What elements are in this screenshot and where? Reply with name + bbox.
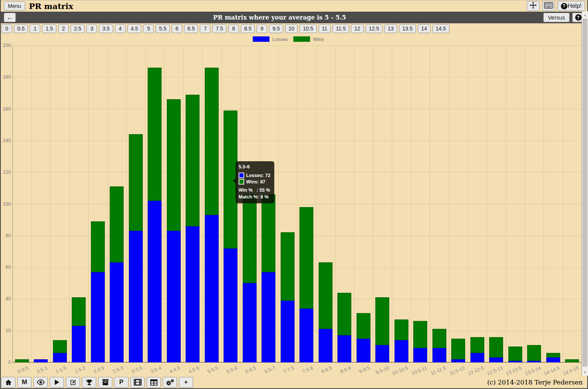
scrollbar-thumb[interactable]: [583, 19, 587, 366]
bar-losses-9.5-10[interactable]: [375, 345, 389, 362]
bar-losses-4-4.5[interactable]: [167, 231, 181, 362]
versus-button[interactable]: Versus: [543, 13, 570, 22]
range-button-4[interactable]: 4: [115, 24, 125, 33]
bar-losses-8-8.5[interactable]: [319, 329, 333, 362]
range-button-1[interactable]: 1: [30, 24, 40, 33]
bar-losses-10-10.5[interactable]: [395, 340, 408, 362]
archive-button[interactable]: [98, 377, 112, 388]
bar-losses-13.5-14[interactable]: [527, 361, 541, 362]
bar-wins-3-3.5[interactable]: [129, 134, 143, 231]
back-button[interactable]: ←: [4, 13, 16, 22]
legend-swatch-losses[interactable]: [252, 36, 270, 42]
bar-wins-12.5-13[interactable]: [489, 337, 503, 358]
bar-wins-10.5-11[interactable]: [413, 321, 427, 348]
bar-wins-8-8.5[interactable]: [319, 262, 333, 329]
scroll-down-arrow[interactable]: ▼: [582, 369, 588, 376]
bar-wins-9-9.5[interactable]: [357, 313, 370, 338]
menu-button[interactable]: Menu: [4, 2, 25, 11]
bar-wins-14-14.5[interactable]: [546, 353, 560, 358]
bar-wins-2-2.5[interactable]: [91, 221, 105, 272]
bar-losses-0.5-1[interactable]: [34, 359, 48, 362]
bar-wins-8.5-9[interactable]: [337, 293, 351, 336]
add-button[interactable]: +: [179, 377, 193, 388]
range-button-6[interactable]: 6: [172, 24, 182, 33]
bar-wins-2.5-3[interactable]: [110, 186, 124, 262]
bar-losses-2.5-3[interactable]: [110, 262, 124, 362]
play-button[interactable]: [50, 377, 64, 388]
range-button-7.5[interactable]: 7.5: [212, 24, 226, 33]
pr-matrix-chart[interactable]: 0204060801001201401601802000-0.50.5-11-1…: [0, 34, 582, 377]
vertical-scrollbar[interactable]: ▲ ▼: [582, 11, 588, 376]
bar-losses-11-11.5[interactable]: [432, 348, 446, 362]
bar-losses-5.5-6[interactable]: [224, 248, 237, 362]
range-button-9[interactable]: 9: [257, 24, 267, 33]
range-button-8[interactable]: 8: [228, 24, 239, 33]
move-button[interactable]: [527, 1, 540, 11]
bar-wins-13-13.5[interactable]: [508, 347, 522, 361]
bar-losses-7-7.5[interactable]: [281, 301, 295, 362]
range-button-8.5[interactable]: 8.5: [241, 24, 255, 33]
range-button-13[interactable]: 13: [384, 24, 397, 33]
legend-swatch-wins[interactable]: [293, 36, 310, 42]
range-button-14.5[interactable]: 14.5: [432, 24, 449, 33]
range-button-3[interactable]: 3: [86, 24, 97, 33]
bar-losses-6.5-7[interactable]: [262, 272, 275, 362]
settings-button[interactable]: [163, 377, 177, 388]
matches-button[interactable]: M: [17, 377, 32, 388]
trophy-button[interactable]: [82, 377, 96, 388]
bar-wins-6-6.5[interactable]: [243, 194, 257, 283]
range-button-2.5[interactable]: 2.5: [71, 24, 85, 33]
bar-losses-10.5-11[interactable]: [413, 348, 427, 362]
home-button[interactable]: [1, 377, 15, 388]
range-button-5.5[interactable]: 5.5: [156, 24, 169, 33]
range-button-0[interactable]: 0: [2, 24, 12, 33]
bar-wins-12-12.5[interactable]: [470, 337, 484, 353]
range-button-14[interactable]: 14: [418, 24, 431, 33]
bar-losses-5-5.5[interactable]: [205, 215, 219, 362]
range-button-11.5[interactable]: 11.5: [333, 24, 349, 33]
help-button[interactable]: ? Help!: [558, 1, 585, 11]
bar-wins-4.5-5[interactable]: [186, 95, 200, 226]
range-button-2[interactable]: 2: [58, 24, 69, 33]
bar-losses-7.5-8[interactable]: [299, 309, 313, 362]
bar-losses-6-6.5[interactable]: [243, 283, 257, 362]
bar-wins-3.5-4[interactable]: [148, 68, 162, 201]
edit-button[interactable]: [66, 377, 80, 388]
range-button-13.5[interactable]: 13.5: [399, 24, 416, 33]
bar-losses-13-13.5[interactable]: [508, 361, 522, 362]
bar-wins-7-7.5[interactable]: [281, 232, 295, 300]
range-button-7[interactable]: 7: [200, 24, 210, 33]
bar-wins-7.5-8[interactable]: [299, 207, 313, 309]
bar-losses-3.5-4[interactable]: [148, 201, 162, 362]
range-button-0.5[interactable]: 0.5: [14, 24, 28, 33]
table-button[interactable]: [147, 377, 161, 388]
bar-losses-4.5-5[interactable]: [186, 226, 200, 362]
bar-wins-14.5-15[interactable]: [565, 359, 579, 362]
film-button[interactable]: [130, 377, 145, 388]
range-button-1.5[interactable]: 1.5: [42, 24, 56, 33]
bar-wins-6.5-7[interactable]: [262, 194, 275, 272]
bar-wins-4-4.5[interactable]: [167, 99, 181, 231]
bar-wins-5-5.5[interactable]: [205, 68, 219, 215]
bar-losses-8.5-9[interactable]: [337, 335, 351, 362]
keyboard-button[interactable]: [542, 1, 555, 11]
bar-wins-10-10.5[interactable]: [395, 319, 408, 340]
range-button-3.5[interactable]: 3.5: [99, 24, 113, 33]
bar-wins-1.5-2[interactable]: [72, 297, 86, 326]
bar-losses-1.5-2[interactable]: [72, 326, 86, 362]
bar-losses-9-9.5[interactable]: [357, 339, 370, 362]
players-button[interactable]: P: [114, 377, 128, 388]
range-button-10[interactable]: 10: [285, 24, 298, 33]
legend-label-losses[interactable]: Losses: [272, 36, 288, 42]
legend-label-wins[interactable]: Wins: [313, 36, 324, 42]
bar-wins-13.5-14[interactable]: [527, 345, 541, 361]
range-button-12[interactable]: 12: [351, 24, 364, 33]
range-button-5[interactable]: 5: [143, 24, 154, 33]
bar-wins-11.5-12[interactable]: [451, 339, 465, 359]
range-button-4.5[interactable]: 4.5: [127, 24, 141, 33]
range-button-6.5[interactable]: 6.5: [184, 24, 198, 33]
bar-losses-12-12.5[interactable]: [470, 353, 484, 362]
bar-losses-14-14.5[interactable]: [546, 357, 560, 362]
range-button-10.5[interactable]: 10.5: [299, 24, 316, 33]
bar-losses-2-2.5[interactable]: [91, 272, 105, 362]
